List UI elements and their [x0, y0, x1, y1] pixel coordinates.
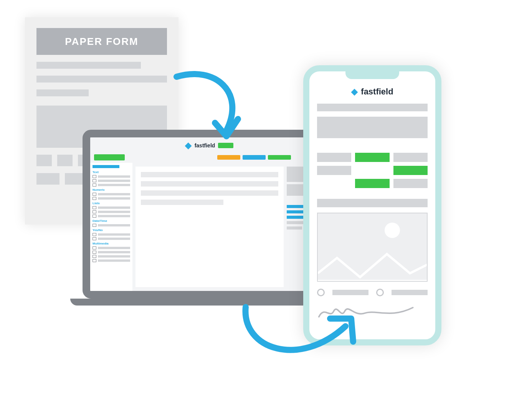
- brand-logo-icon: ◆: [351, 87, 358, 97]
- photo-placeholder[interactable]: [317, 213, 428, 282]
- canvas-field-placeholder: [141, 181, 278, 187]
- mountain-icon: [318, 246, 428, 281]
- toolbar-tab-blue[interactable]: [243, 155, 266, 160]
- form-value-positive[interactable]: [393, 166, 428, 175]
- laptop-body: Text Numeric Lists Date/Time Yes/No Mult…: [90, 163, 328, 291]
- field-label-placeholder: [98, 197, 130, 200]
- form-row: [317, 179, 428, 188]
- toolbar-tab-green[interactable]: [268, 155, 291, 160]
- sidebar-category: Numeric: [93, 188, 130, 192]
- field-label-placeholder: [98, 211, 130, 213]
- paper-form-title: PAPER FORM: [36, 28, 167, 55]
- phone-notch: [345, 71, 399, 79]
- field-icon: [93, 259, 96, 262]
- field-icon: [93, 237, 96, 240]
- field-icon: [93, 255, 96, 258]
- laptop-device: ◆ fastfield Text Numeric L: [83, 130, 336, 306]
- field-label-placeholder: [98, 224, 130, 226]
- field-icon: [93, 210, 96, 213]
- sun-icon: [385, 223, 400, 238]
- laptop-toolbar: [90, 152, 328, 163]
- field-icon: [93, 215, 96, 218]
- field-icon: [93, 179, 96, 182]
- toolbar-button-primary[interactable]: [94, 154, 125, 160]
- sidebar-category: Multimedia: [93, 242, 130, 245]
- field-icon: [93, 206, 96, 209]
- field-label-placeholder: [98, 247, 130, 249]
- form-label: [317, 166, 351, 175]
- field-label-placeholder: [98, 238, 130, 240]
- form-value-positive[interactable]: [355, 153, 389, 162]
- form-row: [317, 166, 428, 175]
- form-label: [317, 153, 351, 162]
- phone-header: ◆ fastfield: [317, 87, 428, 97]
- sidebar-category: Yes/No: [93, 228, 130, 232]
- paper-cell: [36, 155, 52, 166]
- sidebar-field-item[interactable]: [93, 179, 130, 182]
- sidebar-category: Lists: [93, 202, 130, 205]
- arrow-paper-to-laptop-icon: [169, 65, 253, 150]
- brand-name: fastfield: [361, 87, 393, 97]
- field-label-placeholder: [98, 259, 130, 262]
- paper-text-line: [36, 89, 89, 96]
- sidebar-category: Text: [93, 170, 130, 174]
- sidebar-category: Date/Time: [93, 219, 130, 223]
- field-label-placeholder: [98, 233, 130, 236]
- field-label-placeholder: [98, 215, 130, 217]
- radio-label: [392, 290, 428, 295]
- form-title-bar: [317, 104, 428, 111]
- field-icon: [93, 224, 96, 227]
- form-spacer: [317, 179, 351, 188]
- sidebar-field-item[interactable]: [93, 259, 130, 262]
- field-icon: [93, 251, 96, 254]
- form-builder-sidebar: Text Numeric Lists Date/Time Yes/No Mult…: [90, 163, 132, 291]
- paper-text-line: [36, 76, 167, 83]
- sidebar-field-item[interactable]: [93, 246, 130, 249]
- canvas-field-placeholder: [141, 200, 223, 205]
- form-text-block: [317, 117, 428, 138]
- radio-option[interactable]: [376, 289, 384, 296]
- arrow-laptop-to-phone-icon: [238, 292, 365, 368]
- paper-cell: [57, 155, 73, 166]
- field-icon: [93, 193, 96, 196]
- form-canvas[interactable]: [135, 167, 284, 287]
- property-label: [287, 226, 302, 230]
- form-spacer: [355, 166, 389, 175]
- form-value[interactable]: [393, 179, 428, 188]
- sidebar-active-indicator: [93, 165, 119, 168]
- field-icon: [93, 246, 96, 249]
- sidebar-field-item[interactable]: [93, 210, 130, 213]
- field-icon: [93, 233, 96, 236]
- toolbar-tab-orange[interactable]: [217, 155, 240, 160]
- sidebar-field-item[interactable]: [93, 255, 130, 258]
- sidebar-field-item[interactable]: [93, 197, 130, 200]
- sidebar-field-item[interactable]: [93, 193, 130, 196]
- sidebar-field-item[interactable]: [93, 224, 130, 227]
- canvas-field-placeholder: [141, 172, 278, 177]
- paper-cell: [36, 173, 59, 185]
- sidebar-field-item[interactable]: [93, 251, 130, 254]
- field-label-placeholder: [98, 180, 130, 182]
- canvas-field-placeholder: [141, 190, 278, 196]
- sidebar-field-item[interactable]: [93, 233, 130, 236]
- field-icon: [93, 175, 96, 178]
- paper-text-line: [36, 62, 141, 69]
- field-icon: [93, 197, 96, 200]
- field-label-placeholder: [98, 255, 130, 258]
- sidebar-field-item[interactable]: [93, 237, 130, 240]
- field-label-placeholder: [98, 206, 130, 209]
- field-label-placeholder: [98, 175, 130, 178]
- field-label-placeholder: [98, 184, 130, 186]
- sidebar-field-item[interactable]: [93, 175, 130, 178]
- sidebar-field-item[interactable]: [93, 215, 130, 218]
- field-label-placeholder: [98, 193, 130, 195]
- form-value[interactable]: [393, 153, 428, 162]
- sidebar-field-item[interactable]: [93, 183, 130, 187]
- field-label-placeholder: [98, 251, 130, 253]
- sidebar-field-item[interactable]: [93, 206, 130, 209]
- laptop-screen: ◆ fastfield Text Numeric L: [83, 130, 336, 299]
- form-value-positive[interactable]: [355, 179, 389, 188]
- form-row: [317, 153, 428, 162]
- field-icon: [93, 183, 96, 187]
- form-section-divider: [317, 199, 428, 207]
